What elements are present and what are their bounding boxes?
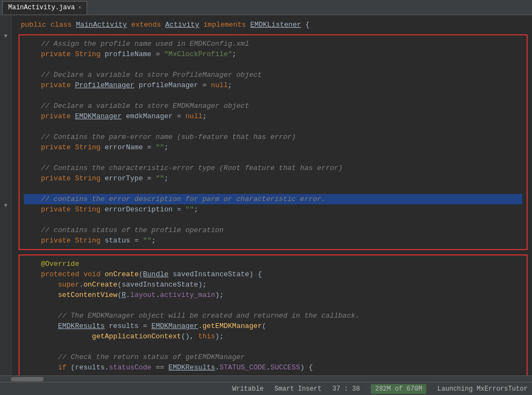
- status-insert-mode: Smart Insert: [274, 385, 321, 393]
- writable-label: Writable: [232, 385, 264, 393]
- code-line: setContentView(R.layout.activity_main);: [24, 290, 522, 300]
- code-line: private EMDKManager emdkManager = null;: [24, 111, 522, 121]
- fold-marker-1[interactable]: ▼: [2, 32, 10, 40]
- code-line: protected void onCreate(Bundle savedInst…: [24, 269, 522, 279]
- status-task: Launching MxErrorsTutor: [437, 385, 528, 393]
- code-line: [24, 342, 522, 352]
- code-line: [24, 59, 522, 70]
- code-line: // Contains the parm-error name (sub-fea…: [24, 132, 522, 142]
- tab-main-activity[interactable]: MainActivity.java ×: [2, 1, 87, 14]
- code-line: [24, 121, 522, 132]
- code-line: private String errorDescription = "";: [24, 204, 522, 215]
- tab-bar: MainActivity.java ×: [0, 0, 532, 15]
- code-line: private String errorName = "";: [24, 142, 522, 153]
- code-line: private String status = "";: [24, 235, 522, 246]
- code-line: private String profileName = "MxClockPro…: [24, 49, 522, 59]
- code-block-oncreate: @Override protected void onCreate(Bundle…: [19, 254, 528, 375]
- position-label: 37 : 38: [333, 385, 360, 393]
- code-line: // Check the return status of getEMDKMan…: [24, 352, 522, 362]
- horizontal-scrollbar[interactable]: [0, 375, 532, 382]
- code-line: // contains status of the profile operat…: [24, 225, 522, 235]
- scrollbar-thumb[interactable]: [11, 377, 44, 381]
- code-line: private ProfileManager profileManager = …: [24, 80, 522, 90]
- code-content: public class MainActivity extends Activi…: [12, 15, 532, 375]
- code-line: [24, 184, 522, 194]
- code-block-fields: // Assign the profile name used in EMDKC…: [19, 34, 528, 250]
- tab-filename: MainActivity.java: [8, 4, 75, 11]
- insert-mode-label: Smart Insert: [274, 385, 321, 393]
- code-line: [24, 215, 522, 225]
- code-line: if (results.statusCode == EMDKResults.ST…: [24, 362, 522, 373]
- code-line: [24, 300, 522, 311]
- status-writable: Writable: [232, 385, 264, 393]
- code-line: getApplicationContext(), this);: [24, 331, 522, 342]
- memory-label: 282M of 670M: [375, 385, 422, 393]
- code-line: [24, 153, 522, 163]
- status-position: 37 : 38: [333, 385, 360, 393]
- code-line: // The EMDKManager object will be create…: [24, 311, 522, 321]
- code-line: // Contains the characteristic-error typ…: [24, 163, 522, 173]
- code-line: [24, 90, 522, 101]
- task-label: Launching MxErrorsTutor: [437, 385, 528, 393]
- editor-gutter: ▼ ▼: [0, 15, 12, 375]
- code-line: @Override: [24, 259, 522, 269]
- code-line: // Assign the profile name used in EMDKC…: [24, 39, 522, 49]
- editor-container: ▼ ▼ public class MainActivity extends Ac…: [0, 15, 532, 375]
- code-line: [24, 373, 522, 375]
- code-editor[interactable]: public class MainActivity extends Activi…: [12, 15, 532, 375]
- class-declaration-line: public class MainActivity extends Activi…: [16, 17, 532, 32]
- fold-marker-2[interactable]: ▼: [2, 202, 10, 209]
- tab-close-button[interactable]: ×: [78, 5, 81, 11]
- code-line: private String errorType = "";: [24, 173, 522, 184]
- code-line: // Declare a variable to store EMDKManag…: [24, 101, 522, 111]
- code-line: super.onCreate(savedInstanceState);: [24, 279, 522, 290]
- code-line: // Declare a variable to store ProfileMa…: [24, 70, 522, 80]
- status-memory: 282M of 670M: [371, 384, 426, 394]
- code-line: // contains the error description for pa…: [24, 194, 522, 204]
- status-bar: Writable Smart Insert 37 : 38 282M of 67…: [0, 382, 532, 395]
- code-line: EMDKResults results = EMDKManager.getEMD…: [24, 321, 522, 331]
